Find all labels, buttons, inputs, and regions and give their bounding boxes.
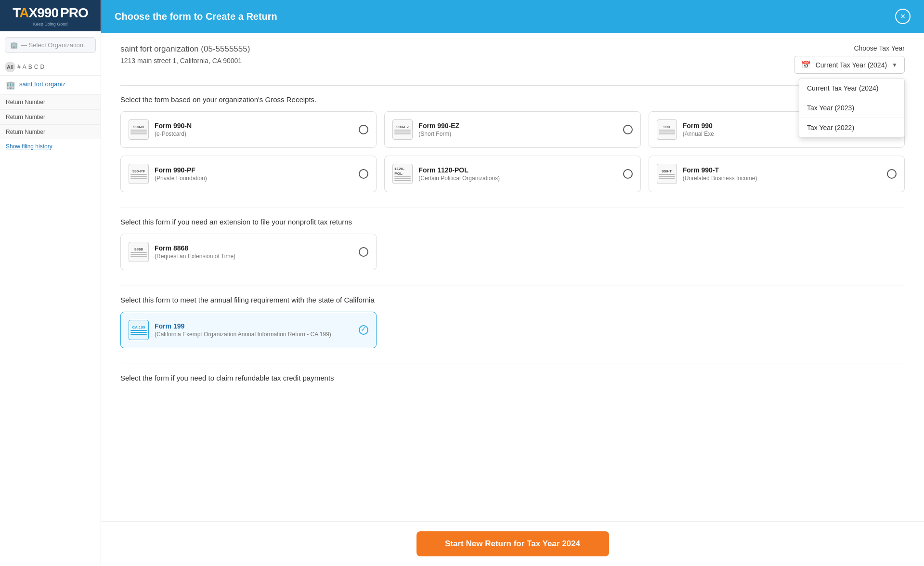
gross-receipts-heading: Select the form based on your organizati… <box>120 95 905 104</box>
alpha-a[interactable]: A <box>23 64 26 70</box>
form-desc-8868: (Request an Extension of Time) <box>155 253 235 260</box>
tax-year-value: Current Tax Year (2024) <box>816 61 887 69</box>
form-desc-990t: (Unrelated Business Income) <box>683 175 757 182</box>
california-heading: Select this form to meet the annual fili… <box>120 296 905 304</box>
search-placeholder-text: — Select Organization. <box>21 41 85 49</box>
building-icon: 🏢 <box>10 41 18 49</box>
form-card-990n[interactable]: 990-N Form 990-N (e-Postcard) <box>120 111 377 148</box>
radio-990ez[interactable] <box>623 125 633 134</box>
divider-3 <box>120 286 905 286</box>
gross-receipts-grid: 990-N Form 990-N (e-Postcard) <box>120 111 905 192</box>
dropdown-option-2023[interactable]: Tax Year (2023) <box>799 98 904 118</box>
org-search[interactable]: 🏢 — Select Organization. <box>5 37 96 53</box>
alpha-all[interactable]: All <box>5 62 15 72</box>
modal-close-button[interactable]: × <box>895 9 911 24</box>
form-info-990pf: Form 990-PF (Private Foundation) <box>155 166 207 182</box>
alpha-c[interactable]: C <box>34 64 39 70</box>
form-card-990t-left: 990-T Form 990-T (Unrelated Business Inc… <box>657 164 757 184</box>
form-icon-990ez: 990-EZ <box>392 119 413 140</box>
divider-1 <box>120 85 905 86</box>
start-return-button[interactable]: Start New Return for Tax Year 2024 <box>416 531 609 556</box>
form-name-8868: Form 8868 <box>155 244 235 252</box>
form-icon-199: CA 199 <box>129 320 149 340</box>
california-grid: CA 199 Form 199 (California Exempt Organ… <box>120 312 905 348</box>
tax-year-dropdown-menu[interactable]: Current Tax Year (2024) Tax Year (2023) … <box>799 78 905 138</box>
extension-section: Select this form if you need an extensio… <box>120 218 905 270</box>
create-return-modal: Choose the form to Create a Return × sai… <box>101 0 924 566</box>
form-name-990ez: Form 990-EZ <box>418 122 459 130</box>
radio-990t[interactable] <box>887 169 897 179</box>
logo-area: TAX990 PRO Keep Doing Good <box>0 0 101 31</box>
form-card-8868-left: 8868 Form 8868 (Request an Extension of … <box>129 242 235 262</box>
modal-header: Choose the form to Create a Return × <box>101 0 924 33</box>
form-icon-990t: 990-T <box>657 164 677 184</box>
pro-badge: PRO <box>60 5 88 21</box>
form-info-990n: Form 990-N (e-Postcard) <box>155 122 192 137</box>
dropdown-option-2024[interactable]: Current Tax Year (2024) <box>799 79 904 98</box>
dropdown-option-2022[interactable]: Tax Year (2022) <box>799 118 904 137</box>
form-card-990ez-left: 990-EZ Form 990-EZ (Short Form) <box>392 119 459 140</box>
form-name-990t: Form 990-T <box>683 166 757 174</box>
sidebar-row-3: Return Number <box>0 124 101 139</box>
sidebar-org-link[interactable]: saint fort organiz <box>19 80 65 88</box>
form-name-1120pol: Form 1120-POL <box>418 166 500 174</box>
org-info: saint fort organization (05-5555555) 121… <box>120 44 250 65</box>
alpha-d[interactable]: D <box>40 64 44 70</box>
modal-footer: Start New Return for Tax Year 2024 <box>101 521 924 566</box>
radio-990n[interactable] <box>359 125 368 134</box>
refundable-heading: Select the form if you need to claim ref… <box>120 374 905 382</box>
form-name-990: Form 990 <box>683 122 714 130</box>
form-icon-990n: 990-N <box>129 119 149 140</box>
sidebar-org-item[interactable]: 🏢 saint fort organiz <box>0 75 101 94</box>
alpha-hash[interactable]: # <box>17 64 21 70</box>
sidebar-row-1: Return Number <box>0 94 101 109</box>
tax-year-section: Choose Tax Year 📅 Current Tax Year (2024… <box>794 44 905 74</box>
org-full-name: saint fort organization (05-5555555) <box>120 44 250 54</box>
calendar-icon: 📅 <box>801 60 811 69</box>
california-section: Select this form to meet the annual fili… <box>120 296 905 348</box>
org-address: 1213 main street 1, California, CA 90001 <box>120 57 250 65</box>
form-info-199: Form 199 (California Exempt Organization… <box>155 322 331 338</box>
radio-990pf[interactable] <box>359 169 368 179</box>
form-icon-8868: 8868 <box>129 242 149 262</box>
radio-8868[interactable] <box>359 247 368 257</box>
sidebar-row-2: Return Number <box>0 109 101 124</box>
form-card-990n-left: 990-N Form 990-N (e-Postcard) <box>129 119 192 140</box>
form-card-1120pol-left: 1120-POL Form 1120-POL (Certain Politica… <box>392 164 500 184</box>
alpha-b[interactable]: B <box>28 64 32 70</box>
modal-title: Choose the form to Create a Return <box>115 11 277 22</box>
form-card-990pf[interactable]: 990-PF Form 990-PF (Private Foundation) <box>120 156 377 192</box>
form-card-1120pol[interactable]: 1120-POL Form 1120-POL (Certain Politica… <box>384 156 640 192</box>
radio-1120pol[interactable] <box>623 169 633 179</box>
form-name-199: Form 199 <box>155 322 331 330</box>
tax-year-dropdown[interactable]: 📅 Current Tax Year (2024) ▼ <box>794 56 905 74</box>
divider-4 <box>120 364 905 364</box>
extension-grid: 8868 Form 8868 (Request an Extension of … <box>120 234 905 270</box>
tax-year-label: Choose Tax Year <box>854 44 905 52</box>
org-icon: 🏢 <box>6 80 15 90</box>
show-filing-history-link[interactable]: Show filing history <box>0 139 101 154</box>
form-info-990t: Form 990-T (Unrelated Business Income) <box>683 166 757 182</box>
form-card-8868[interactable]: 8868 Form 8868 (Request an Extension of … <box>120 234 377 270</box>
form-icon-990: 990 <box>657 119 677 140</box>
org-ein: (05-5555555) <box>201 44 250 53</box>
form-name-990n: Form 990-N <box>155 122 192 130</box>
extension-heading: Select this form if you need an extensio… <box>120 218 905 226</box>
gross-receipts-section: Select the form based on your organizati… <box>120 95 905 192</box>
form-info-1120pol: Form 1120-POL (Certain Political Organiz… <box>418 166 500 182</box>
form-desc-1120pol: (Certain Political Organizations) <box>418 175 500 182</box>
form-card-199-left: CA 199 Form 199 (California Exempt Organ… <box>129 320 331 340</box>
form-icon-1120pol: 1120-POL <box>392 164 413 184</box>
logo-text: TAX990 <box>13 5 58 21</box>
form-card-990pf-left: 990-PF Form 990-PF (Private Foundation) <box>129 164 207 184</box>
org-tax-year-row: saint fort organization (05-5555555) 121… <box>120 44 905 74</box>
form-desc-199: (California Exempt Organization Annual I… <box>155 331 331 338</box>
form-desc-990ez: (Short Form) <box>418 131 459 137</box>
sidebar: TAX990 PRO Keep Doing Good 🏢 — Select Or… <box>0 0 101 566</box>
form-card-990t[interactable]: 990-T Form 990-T (Unrelated Business Inc… <box>649 156 905 192</box>
radio-199[interactable] <box>359 325 368 335</box>
form-card-990ez[interactable]: 990-EZ Form 990-EZ (Short Form) <box>384 111 640 148</box>
form-name-990pf: Form 990-PF <box>155 166 207 174</box>
form-card-199[interactable]: CA 199 Form 199 (California Exempt Organ… <box>120 312 377 348</box>
form-icon-990pf: 990-PF <box>129 164 149 184</box>
